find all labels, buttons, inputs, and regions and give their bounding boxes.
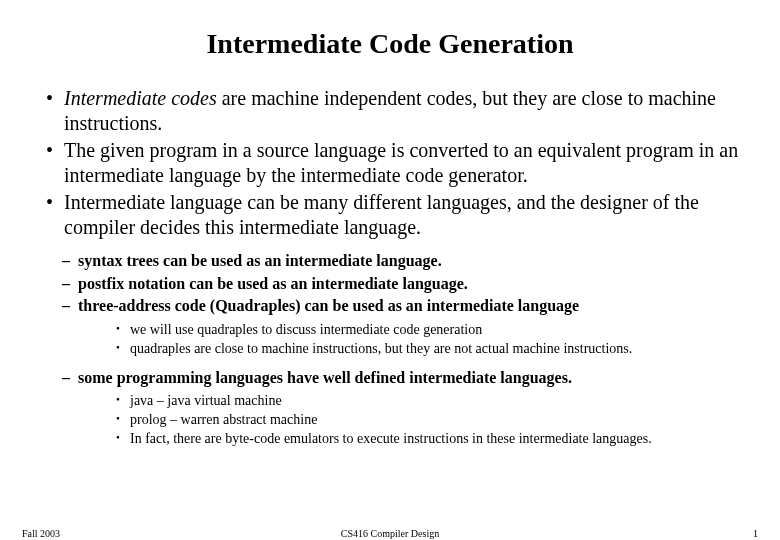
dot-list-1: we will use quadraples to discuss interm… bbox=[78, 321, 762, 359]
dash-2: postfix notation can be used as an inter… bbox=[62, 273, 762, 295]
slide: Intermediate Code Generation Intermediat… bbox=[0, 0, 780, 540]
dot-2c: In fact, there are byte-code emulators t… bbox=[116, 430, 762, 449]
dot-1a: we will use quadraples to discuss interm… bbox=[116, 321, 762, 340]
dash-3: three-address code (Quadraples) can be u… bbox=[62, 295, 762, 358]
dash-1: syntax trees can be used as an intermedi… bbox=[62, 250, 762, 272]
dash-3-text: three-address code (Quadraples) can be u… bbox=[78, 297, 579, 314]
dash-4: some programming languages have well def… bbox=[62, 367, 762, 449]
slide-title: Intermediate Code Generation bbox=[18, 28, 762, 60]
dot-2a: java – java virtual machine bbox=[116, 392, 762, 411]
footer-center: CS416 Compiler Design bbox=[0, 528, 780, 539]
bullet-1: Intermediate codes are machine independe… bbox=[46, 86, 762, 136]
bullet-1-italic: Intermediate codes bbox=[64, 87, 217, 109]
main-bullets: Intermediate codes are machine independe… bbox=[18, 86, 762, 240]
footer-right: 1 bbox=[753, 528, 758, 539]
dot-2b: prolog – warren abstract machine bbox=[116, 411, 762, 430]
dot-1b: quadraples are close to machine instruct… bbox=[116, 340, 762, 359]
bullet-2: The given program in a source language i… bbox=[46, 138, 762, 188]
dash-4-text: some programming languages have well def… bbox=[78, 369, 572, 386]
dot-list-2: java – java virtual machine prolog – war… bbox=[78, 392, 762, 449]
bullet-3: Intermediate language can be many differ… bbox=[46, 190, 762, 240]
dash-list: syntax trees can be used as an intermedi… bbox=[18, 250, 762, 449]
